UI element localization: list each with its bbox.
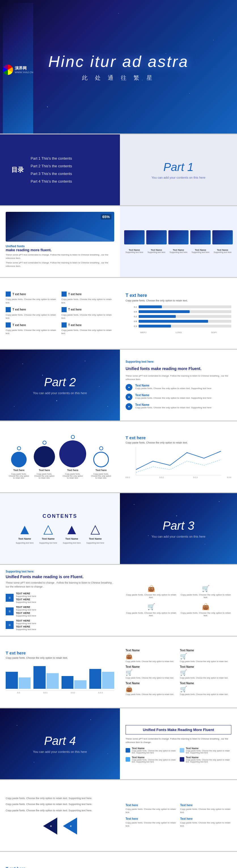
circle-label-2: Text here — [39, 469, 50, 472]
triangle-icon-2 — [42, 524, 54, 536]
item-label-3: TEXT HERE — [16, 619, 36, 622]
slide-bar-products: T ext here Copy paste fonts. Choose the … — [0, 637, 237, 708]
s11-item-2: Text here Copy paste fonts. Choose the o… — [180, 804, 232, 814]
toc-list: Part 1 This's the contents Part 2 This's… — [31, 156, 72, 183]
s10-f2: Text Name Copy paste fonts. Choose the o… — [180, 747, 232, 754]
contents-title: CONTENTS — [42, 513, 77, 519]
slide10-right: Unified Fonts Make Reading More Fluent T… — [120, 708, 237, 779]
circle-1 — [11, 452, 27, 467]
fc-title-2: T ext here — [68, 292, 82, 296]
fc-title-5: T ext here — [12, 323, 26, 327]
line-chart — [126, 447, 231, 475]
fc-2: T ext here Copy paste fonts. Choose the … — [62, 291, 114, 304]
fc-icon-2 — [62, 291, 67, 297]
item-label-extra-1: TEXT HERE — [16, 598, 36, 601]
slide8-right: 👜 Copy paste fonts. Choose the only opti… — [120, 565, 237, 636]
ig-sub-2: Supporting text here — [39, 542, 57, 544]
svg-point-6 — [14, 406, 14, 407]
slide3-heading: make reading more fluent. — [6, 248, 114, 252]
slide3-body2: These some pPT text contended to change.… — [6, 261, 114, 268]
thumb-4 — [190, 230, 211, 244]
circle-item-3: Text here Copy paste fonts. Choose the o… — [59, 435, 86, 479]
part3-panel: Part 3 You can add your contents on this… — [120, 493, 237, 564]
circle-item-1: Text here Copy paste fonts. Choose the o… — [8, 446, 30, 479]
slide4-left: T ext here Copy paste fonts. Choose the … — [0, 278, 120, 349]
ft-icon-2: ● — [126, 394, 132, 400]
bar-sub: Copy paste fonts. Choose the only option… — [126, 299, 231, 302]
slide4-right: T ext here Copy paste fonts. Choose the … — [120, 278, 237, 349]
watermark-text-block: 演界网 WWW.YANJ.CN — [15, 66, 33, 74]
s11-item-2-title: Text here — [180, 804, 232, 807]
slide3-text: Unified fonts make reading more fluent. … — [6, 244, 114, 268]
thumb-label-4: Text Name Supporting text here — [190, 249, 211, 253]
sp-3: Text Name 🛒 Copy paste fonts. Choose the… — [126, 665, 177, 679]
thumb-label-3: Text Name Supporting text here — [168, 249, 189, 253]
ft-title-3: Text Name — [135, 403, 211, 406]
part3-title: Part 3 — [163, 519, 194, 532]
slide-circles: Text here Copy paste fonts. Choose the o… — [0, 422, 237, 492]
fc-title-3: T ext here — [12, 308, 26, 311]
lc-sub: Copy paste fonts. Choose the only option… — [126, 441, 231, 444]
s11-item-1-title: Text here — [126, 804, 177, 807]
thumb-label-5: Text Name Supporting text here — [212, 249, 233, 253]
svg-marker-13 — [91, 526, 100, 534]
product-icon-1: 👜 — [147, 585, 155, 592]
product-icon-3: 🛒 — [147, 603, 155, 611]
ft-3: ● Text Name Copy paste fonts. Choose the… — [126, 403, 231, 410]
circle-4 — [93, 452, 109, 467]
part3-sub: You can add your contents on this here — [151, 535, 205, 538]
svg-point-22 — [107, 753, 108, 754]
ig-item-2: Text Name Supporting text here — [39, 524, 57, 544]
svg-marker-10 — [21, 526, 29, 534]
slide9-left: T ext here Copy paste fonts. Choose the … — [0, 637, 120, 708]
svg-marker-12 — [67, 526, 76, 534]
slide10-heading: Unified Fonts Make Reading More Fluent — [129, 727, 228, 732]
slide8-supporting: Supporting text here: — [6, 570, 114, 573]
ig-item-4: Text Name Supporting text here — [87, 524, 104, 544]
icon-grid: Text Name Supporting text here Text Name… — [15, 524, 104, 544]
ft-2: ● Text Name Copy paste fonts. Choose the… — [126, 394, 231, 400]
ig-label-3: Text Name — [66, 537, 78, 540]
mini-bar-chart — [6, 662, 114, 690]
item-label-2: TEXT HERE — [16, 606, 36, 609]
product-icon-4: 👜 — [202, 603, 209, 611]
svg-point-18 — [148, 535, 148, 536]
triangle-icon-1 — [19, 524, 30, 536]
arrow-shape-1: × — [42, 817, 59, 835]
ft-body-2: Copy paste fonts. Choose the only option… — [135, 397, 211, 399]
s11-item-4: Text here Copy paste fonts. Choose the o… — [180, 817, 232, 828]
fc-icon-5 — [6, 322, 11, 328]
circle-outline-icon-4 — [99, 446, 103, 450]
contents-panel: CONTENTS Text Name Supporting text here … — [0, 493, 120, 564]
fc-body-1: Copy paste fonts. Choose the only option… — [6, 298, 59, 304]
watermark-site: 演界网 — [15, 66, 33, 71]
ig-sub-1: Supporting text here — [15, 542, 33, 544]
part4-panel: Part 4 You can add your contents on this… — [0, 708, 120, 779]
fc-body-5: Copy paste fonts. Choose the only option… — [6, 329, 59, 335]
fc-4: T ext here Copy paste fonts. Choose the … — [62, 307, 114, 319]
fc-title-1: T ext here — [12, 292, 26, 296]
lc-title: T ext here — [126, 435, 231, 440]
slide10-features: Text Name Copy paste fonts. Choose the o… — [126, 747, 231, 763]
product-icon-2: 🛒 — [202, 585, 209, 592]
s11-item-4-title: Text here — [180, 817, 232, 820]
fc-icon-6 — [62, 322, 67, 328]
axis-labels: WEFJ LONS GOPI — [126, 331, 231, 334]
circle-desc-1: Copy paste fonts. Choose the only option… — [8, 473, 30, 479]
fc-6: T ext here Copy paste fonts. Choose the … — [62, 322, 114, 335]
slide-contents-part3: CONTENTS Text Name Supporting text here … — [0, 493, 237, 564]
svg-marker-11 — [44, 526, 53, 534]
circle-label-1: Text here — [13, 469, 24, 472]
sp-1: Text Name 👜 Copy paste fonts. Choose the… — [126, 649, 177, 662]
s11-item-1: Text here Copy paste fonts. Choose the o… — [126, 804, 177, 814]
ig-sub-4: Supporting text here — [87, 542, 104, 544]
watermark: 演界网 WWW.YANJ.CN — [3, 3, 33, 133]
thumb-label-1: Text Name Supporting text here — [124, 249, 144, 253]
toc-item-4: Part 4 This's the contents — [31, 179, 72, 183]
item-sub-3: Supporting text here — [16, 622, 36, 625]
fc-icon-1 — [6, 291, 11, 297]
slide3-right: Text Name Supporting text here Text Name… — [120, 206, 237, 277]
slide-features-bars: T ext here Copy paste fonts. Choose the … — [0, 278, 237, 349]
bar-row-1: 0.1 — [126, 305, 231, 308]
fc-title-4: T ext here — [68, 308, 82, 311]
